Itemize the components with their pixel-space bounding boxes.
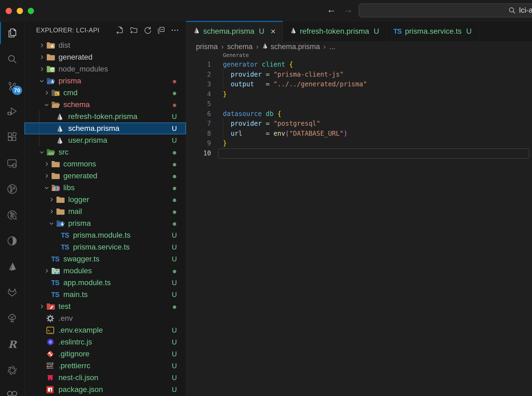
tree-item-nest-cli.json[interactable]: nest-cli.jsonU	[25, 372, 186, 384]
activity-openai-icon[interactable]	[0, 358, 24, 383]
tree-item-prisma[interactable]: prisma	[25, 75, 186, 87]
tab-refresh-token.prisma[interactable]: refresh-token.prismaU	[283, 21, 386, 42]
code-area[interactable]: 1generator client {2 provider = "prisma-…	[186, 60, 532, 396]
tree-item-test[interactable]: test	[25, 301, 186, 312]
folder-src-icon: </>	[46, 148, 56, 156]
tree-item-generated[interactable]: generated	[25, 170, 186, 182]
activity-gitlens-icon[interactable]	[0, 229, 24, 253]
tree-item-cmd[interactable]: >_cmd	[25, 87, 186, 99]
codelens-generate[interactable]: Generate	[186, 52, 532, 60]
breadcrumb-schema.prisma[interactable]: schema.prisma	[262, 43, 320, 51]
tree-item-dist[interactable]: dist	[25, 39, 186, 51]
tree-item-prisma.module.ts[interactable]: TSprisma.module.tsU	[25, 229, 186, 241]
code-line-content: provider = "postgresql"	[211, 120, 320, 127]
tab-prisma.service.ts[interactable]: TSprisma.service.tsU	[386, 21, 479, 42]
activity-prisma-icon[interactable]	[0, 255, 24, 279]
tree-item-prisma.service.ts[interactable]: TSprisma.service.tsU	[25, 241, 186, 253]
tree-item-swagger.ts[interactable]: TSswagger.tsU	[25, 253, 186, 265]
more-actions-icon[interactable]	[171, 26, 179, 34]
tree-item-mail[interactable]: mail	[25, 206, 186, 217]
tree-item-schema.prisma[interactable]: schema.prismaU	[25, 122, 186, 134]
tree-item-logger[interactable]: logger	[25, 194, 186, 206]
changes-dot-badge	[170, 196, 179, 204]
git-untracked-badge: U	[170, 362, 179, 370]
tree-item-libs[interactable]: libs	[25, 182, 186, 194]
prisma-file-icon	[56, 112, 66, 121]
tree-item-generated[interactable]: generated	[25, 51, 186, 63]
chevron-right-icon[interactable]	[42, 90, 51, 95]
activity-source-control-icon[interactable]: 70	[0, 74, 24, 98]
activity-r-tools-icon[interactable]: R	[0, 332, 24, 357]
tab-label: refresh-token.prisma	[300, 27, 369, 36]
minimize-window-button[interactable]	[17, 8, 23, 14]
titlebar: ← → lci-api	[0, 0, 532, 21]
activity-search-icon[interactable]	[0, 47, 24, 71]
tree-item-src[interactable]: </>src	[25, 146, 186, 158]
tree-indent-guide	[39, 111, 39, 146]
chevron-right-icon[interactable]	[37, 54, 46, 60]
breadcrumb-...[interactable]: ...	[329, 43, 336, 51]
activity-run-and-debug-icon[interactable]	[0, 99, 24, 123]
activity-bottom-partial-icon[interactable]	[0, 381, 24, 396]
tree-item-main.ts[interactable]: TSmain.tsU	[25, 289, 186, 301]
activity-explorer-icon[interactable]	[0, 21, 24, 45]
tab-schema.prisma[interactable]: schema.prismaU×	[186, 21, 283, 42]
tree-item-refresh-token.prisma[interactable]: refresh-token.prismaU	[25, 111, 186, 122]
chevron-right-icon[interactable]	[37, 66, 46, 72]
tree-item-node_modules[interactable]: JSnode_modules	[25, 63, 186, 75]
window-controls	[6, 8, 34, 14]
new-file-icon[interactable]	[116, 26, 124, 34]
activity-gitlab-icon[interactable]	[0, 280, 24, 305]
chevron-down-icon[interactable]	[37, 78, 46, 84]
navigate-back-icon[interactable]: ←	[327, 4, 336, 15]
zoom-window-button[interactable]	[28, 8, 34, 14]
activity-remote-explorer-icon[interactable]	[0, 151, 24, 176]
tree-item-app.module.ts[interactable]: TSapp.module.tsU	[25, 277, 186, 289]
tree-item-prisma[interactable]: prisma	[25, 217, 186, 229]
git-untracked-badge: U	[170, 243, 179, 251]
tree-item-label: schema.prisma	[68, 124, 119, 133]
refresh-explorer-icon[interactable]	[143, 26, 151, 34]
close-window-button[interactable]	[6, 8, 12, 14]
tree-item-commons[interactable]: commons	[25, 158, 186, 170]
breadcrumb-prisma[interactable]: prisma	[196, 43, 218, 51]
command-center-search[interactable]: lci-api	[359, 4, 532, 17]
tree-item-user.prisma[interactable]: user.prismaU	[25, 134, 186, 146]
tree-item-.gitignore[interactable]: .gitignoreU	[25, 348, 186, 360]
chevron-down-icon[interactable]	[42, 185, 51, 190]
activity-git-graph-icon[interactable]	[0, 177, 24, 201]
tree-item-package.json[interactable]: package.jsonU	[25, 384, 186, 395]
changes-dot-badge	[170, 207, 179, 216]
npm-icon	[46, 385, 56, 394]
git-untracked-badge: U	[170, 338, 179, 346]
chevron-right-icon[interactable]	[42, 173, 51, 179]
folder-icon	[56, 207, 66, 216]
prisma-file-icon	[56, 136, 66, 145]
collapse-folders-icon[interactable]	[157, 26, 165, 34]
chevron-right-icon[interactable]	[42, 161, 51, 167]
chevron-right-icon[interactable]	[42, 268, 51, 274]
tree-item-.eslintrc.js[interactable]: .eslintrc.jsU	[25, 336, 186, 348]
breadcrumb-schema[interactable]: schema	[227, 43, 253, 51]
tree-item-.prettierrc[interactable]: .prettierrcU	[25, 360, 186, 372]
activity-gitlens-inspect-icon[interactable]	[0, 203, 24, 227]
tree-item-.env[interactable]: .env	[25, 312, 186, 324]
chevron-down-icon[interactable]	[37, 149, 46, 155]
activity-todo-tree-icon[interactable]	[0, 306, 24, 330]
chevron-down-icon[interactable]	[47, 221, 56, 226]
tree-item-label: package.json	[58, 385, 103, 394]
navigate-forward-icon[interactable]: →	[343, 4, 353, 15]
chevron-right-icon[interactable]	[37, 43, 46, 48]
chevron-down-icon[interactable]	[42, 102, 51, 107]
close-tab-icon[interactable]: ×	[271, 27, 276, 36]
chevron-right-icon[interactable]	[47, 197, 56, 202]
chevron-right-icon[interactable]	[37, 304, 46, 309]
ts-icon: TS	[61, 231, 71, 240]
chevron-right-icon[interactable]	[47, 209, 56, 214]
new-folder-icon[interactable]	[130, 26, 138, 34]
tree-item-label: cmd	[63, 88, 78, 97]
tree-item-.env.example[interactable]: >_.env.exampleU	[25, 324, 186, 336]
tree-item-modules[interactable]: modules	[25, 265, 186, 277]
tree-item-schema[interactable]: schema	[25, 99, 186, 111]
activity-extensions-icon[interactable]	[0, 125, 24, 149]
